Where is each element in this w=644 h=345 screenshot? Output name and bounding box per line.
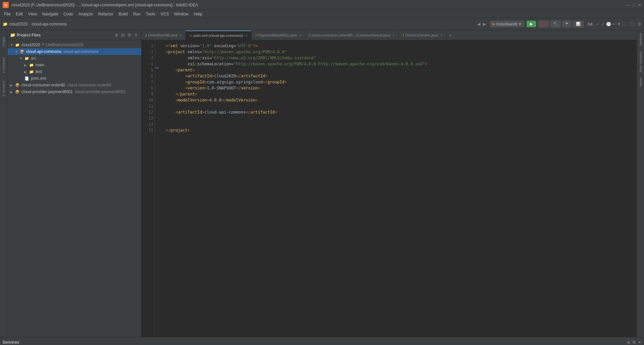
git-label: Git: (588, 22, 593, 26)
java-icon-ordercontroller: J (402, 33, 404, 37)
breadcrumb-cloud2020[interactable]: cloud2020 (9, 22, 28, 26)
tab-ordercontroller[interactable]: J OrderController.java ✕ (398, 30, 446, 40)
settings-icon[interactable]: ⚙ (638, 22, 641, 26)
menu-help[interactable]: Help (191, 11, 205, 17)
module-icon-consumer: 📦 (15, 82, 20, 88)
titlebar: IJ cloud2020 [F:\JetBrains\cloud2020] - … (0, 0, 644, 10)
database-tab[interactable]: Database (639, 31, 642, 47)
structure-tab[interactable]: Z: Structure (1, 78, 7, 98)
tab-close-commonresult[interactable]: ✕ (392, 33, 395, 37)
breadcrumb: 📁 cloud2020 › cloud-api-commons (3, 22, 67, 26)
nav-forward-btn[interactable]: ▶ (483, 22, 486, 26)
tab-close-ordercontroller[interactable]: ✕ (440, 33, 443, 37)
services-close-icon[interactable]: ✕ (638, 340, 641, 345)
close-panel-icon[interactable]: ✕ (133, 32, 139, 38)
git-history-icon[interactable]: 🕐 (606, 22, 611, 26)
collapse-all-icon[interactable]: ⊟ (120, 32, 125, 38)
menu-navigate[interactable]: Navigate (40, 11, 61, 17)
services-header: Services ⊕ ⚙ ✕ (0, 337, 644, 345)
xml-icon-pom-tab: m (189, 33, 192, 38)
menu-code[interactable]: Code (61, 11, 76, 17)
profile-button[interactable]: 📊 (573, 20, 584, 27)
main-layout: Project 2: Favorites Z: Structure 📁 Proj… (0, 30, 644, 337)
tree-label-cloud-api-commons: cloud-api-commons (26, 49, 61, 54)
menu-view[interactable]: View (25, 11, 40, 17)
project-tree: ▼ 📁 cloud2020 F:\JetBrains\cloud2020 ▼ 📦… (7, 40, 141, 337)
menu-run[interactable]: Run (130, 11, 143, 17)
tab-overflow[interactable]: » (446, 30, 454, 40)
minimize-btn[interactable]: — (626, 3, 630, 7)
tab-commonresult[interactable]: J cloud-consumer-order80\...\CommonResul… (305, 30, 399, 40)
editor[interactable]: 12345 678910 1112131415 m <?xml version=… (142, 40, 637, 337)
menu-analyze[interactable]: Analyze (76, 11, 96, 17)
nav-back-btn[interactable]: ◀ (477, 22, 480, 26)
project-tab[interactable]: Project (1, 31, 7, 52)
tree-secondary-payment: cloud-provider-payment8001 (75, 89, 126, 94)
git-check-icon[interactable]: ✓ (596, 21, 600, 26)
tab-label-ordermain80: OrderMain80.java (148, 33, 177, 37)
git-push-icon[interactable]: ⬆ (617, 22, 621, 26)
module-icon-payment: 📦 (15, 89, 20, 94)
tree-item-payment[interactable]: ▶ 📦 cloud-provider-payment8001 cloud-pro… (7, 88, 141, 95)
menu-file[interactable]: File (1, 11, 13, 17)
gear-icon[interactable]: ⚙ (127, 32, 132, 38)
tab-label-commonresult: cloud-consumer-order80\...\CommonResult.… (312, 33, 390, 37)
tab-ordermain80[interactable]: J OrderMain80.java ✕ (142, 30, 186, 40)
tree-item-cloud-api-commons[interactable]: ▼ 📦 cloud-api-commons cloud-api-commons (7, 48, 141, 55)
git-more-icon[interactable]: … (622, 22, 626, 26)
right-sidebar-icons: Database Bean Validation Maven (637, 30, 644, 337)
tree-item-test[interactable]: ▶ 📁 test (7, 68, 141, 75)
tab-close-pomxml[interactable]: ✕ (245, 34, 248, 38)
tree-label-consumer: cloud-consumer-order80 (21, 83, 65, 87)
code-content[interactable]: <?xml version="1.0" encoding="UTF-8"?> <… (162, 40, 637, 337)
expand-arrow-main: ▶ (24, 63, 29, 67)
menu-window[interactable]: Window (171, 11, 191, 17)
project-panel: 📁 Project Files ⊕ ⊟ ⚙ ✕ ▼ 📁 cloud2020 F:… (7, 30, 142, 337)
debug-button[interactable]: 🐞 (538, 20, 549, 27)
tree-secondary-consumer: cloud-consumer-order80 (67, 83, 111, 87)
maven-tab[interactable]: Maven (639, 76, 642, 88)
bookmarks-tab[interactable]: 2: Favorites (1, 55, 7, 75)
expand-arrow-payment: ▶ (10, 90, 15, 94)
coverage-button[interactable]: ☂ (562, 20, 572, 27)
maximize-btn[interactable]: □ (633, 3, 635, 7)
services-settings-icon[interactable]: ⚙ (632, 340, 636, 345)
tab-paymentmain[interactable]: J PaymentMain8001.java ✕ (252, 30, 305, 40)
terminal-icon[interactable]: ⬛ (630, 22, 635, 26)
tab-pomxml[interactable]: m pom.xml (cloud-api-commons) ✕ (186, 30, 252, 40)
project-header: 📁 Project Files ⊕ ⊟ ⚙ ✕ (7, 30, 141, 40)
editor-area: J OrderMain80.java ✕ m pom.xml (cloud-ap… (142, 30, 637, 337)
run-button[interactable]: ▶ (527, 21, 536, 27)
tree-path-cloud2020: F:\JetBrains\cloud2020 (42, 43, 83, 47)
tab-label-paymentmain: PaymentMain8001.java (258, 33, 297, 37)
git-rollback-icon[interactable]: ↩ (612, 22, 616, 26)
bean-validation-tab[interactable]: Bean Validation (639, 50, 642, 73)
build-button[interactable]: 🔨 (550, 20, 561, 27)
tree-item-consumer[interactable]: ▶ 📦 cloud-consumer-order80 cloud-consume… (7, 82, 141, 88)
services-add-icon[interactable]: ⊕ (627, 340, 630, 345)
editor-gutter: m (155, 40, 162, 337)
tree-item-cloud2020[interactable]: ▼ 📁 cloud2020 F:\JetBrains\cloud2020 (7, 42, 141, 48)
tree-item-main[interactable]: ▶ 📁 main (7, 62, 141, 68)
tab-close-paymentmain[interactable]: ✕ (299, 33, 302, 37)
expand-arrow-consumer: ▶ (10, 83, 15, 87)
menu-tools[interactable]: Tools (143, 11, 158, 17)
folder-icon-header: 📁 (10, 32, 15, 38)
expand-arrow-src: ▼ (19, 57, 24, 60)
title-text: cloud2020 [F:\JetBrains\cloud2020] - ...… (11, 3, 198, 7)
menu-build[interactable]: Build (116, 11, 130, 17)
tree-label-pom: pom.xml (31, 76, 46, 81)
run-config-dropdown[interactable]: ▶ OrderMain80 ▼ (490, 21, 524, 27)
tab-close-ordermain80[interactable]: ✕ (179, 33, 182, 37)
tree-label-payment: cloud-provider-payment8001 (21, 89, 73, 94)
menu-refactor[interactable]: Refactor (96, 11, 116, 17)
tree-item-src[interactable]: ▼ 📁 src (7, 55, 141, 62)
close-btn[interactable]: ✕ (638, 3, 641, 7)
breadcrumb-cloud-api-commons[interactable]: cloud-api-commons (32, 22, 67, 26)
menu-vcs[interactable]: VCS (158, 11, 172, 17)
add-icon[interactable]: ⊕ (114, 32, 119, 38)
git-check2-icon[interactable]: ✓ (601, 21, 605, 26)
tree-label-main: main (36, 63, 44, 67)
menu-edit[interactable]: Edit (13, 11, 25, 17)
tree-item-pom[interactable]: 📄 pom.xml (7, 75, 141, 82)
